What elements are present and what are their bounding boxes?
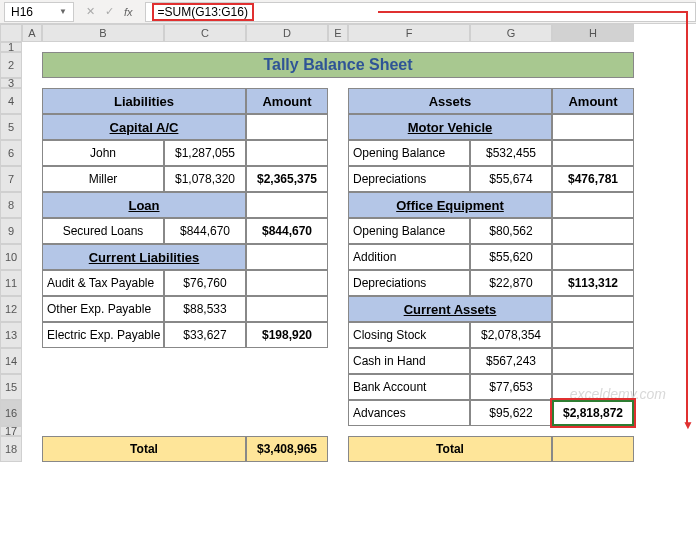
col-B[interactable]: B — [42, 24, 164, 42]
loan-subtotal: $844,670 — [246, 218, 328, 244]
col-D[interactable]: D — [246, 24, 328, 42]
spreadsheet-grid[interactable]: A B C D E F G H 1 2 3 4 5 6 7 8 9 10 11 … — [0, 24, 696, 462]
office-row-val: $22,870 — [470, 270, 552, 296]
liab-total-label: Total — [42, 436, 246, 462]
capital-row-val: $1,287,055 — [164, 140, 246, 166]
row-10[interactable]: 10 — [0, 244, 22, 270]
office-header: Office Equipment — [348, 192, 552, 218]
row-7[interactable]: 7 — [0, 166, 22, 192]
curr-liab-name: Electric Exp. Payable — [42, 322, 164, 348]
formula-icons: ✕ ✓ fx — [74, 5, 145, 18]
curr-liab-val: $88,533 — [164, 296, 246, 322]
curr-asset-val: $2,078,354 — [470, 322, 552, 348]
capital-row-name: Miller — [42, 166, 164, 192]
row-13[interactable]: 13 — [0, 322, 22, 348]
capital-row-val: $1,078,320 — [164, 166, 246, 192]
col-F[interactable]: F — [348, 24, 470, 42]
motor-row-name: Opening Balance — [348, 140, 470, 166]
assets-amount-header: Amount — [552, 88, 634, 114]
office-subtotal: $113,312 — [552, 270, 634, 296]
office-row-val: $55,620 — [470, 244, 552, 270]
curr-asset-val: $77,653 — [470, 374, 552, 400]
row-15[interactable]: 15 — [0, 374, 22, 400]
col-E[interactable]: E — [328, 24, 348, 42]
select-all-corner[interactable] — [0, 24, 22, 42]
motor-row-name: Depreciations — [348, 166, 470, 192]
row-8[interactable]: 8 — [0, 192, 22, 218]
col-C[interactable]: C — [164, 24, 246, 42]
row-6[interactable]: 6 — [0, 140, 22, 166]
row-5[interactable]: 5 — [0, 114, 22, 140]
liab-amount-header: Amount — [246, 88, 328, 114]
liabilities-header: Liabilities — [42, 88, 246, 114]
curr-asset-val: $95,622 — [470, 400, 552, 426]
capital-subtotal: $2,365,375 — [246, 166, 328, 192]
motor-row-val: $532,455 — [470, 140, 552, 166]
assets-total-label: Total — [348, 436, 552, 462]
motor-subtotal: $476,781 — [552, 166, 634, 192]
office-row-name: Opening Balance — [348, 218, 470, 244]
selected-cell-H16[interactable]: $2,818,872 — [552, 400, 634, 426]
assets-header: Assets — [348, 88, 552, 114]
loan-header: Loan — [42, 192, 246, 218]
motor-row-val: $55,674 — [470, 166, 552, 192]
motor-header: Motor Vehicle — [348, 114, 552, 140]
loan-row-name: Secured Loans — [42, 218, 164, 244]
curr-liab-header: Current Liabilities — [42, 244, 246, 270]
row-14[interactable]: 14 — [0, 348, 22, 374]
row-9[interactable]: 9 — [0, 218, 22, 244]
cell-reference: H16 — [11, 5, 33, 19]
col-A[interactable]: A — [22, 24, 42, 42]
row-18[interactable]: 18 — [0, 436, 22, 462]
curr-liab-val: $76,760 — [164, 270, 246, 296]
curr-asset-name: Bank Account — [348, 374, 470, 400]
curr-asset-val: $567,243 — [470, 348, 552, 374]
row-1[interactable]: 1 — [0, 42, 22, 52]
cancel-icon[interactable]: ✕ — [86, 5, 95, 18]
col-H[interactable]: H — [552, 24, 634, 42]
loan-row-val: $844,670 — [164, 218, 246, 244]
capital-header: Capital A/C — [42, 114, 246, 140]
assets-total — [552, 436, 634, 462]
curr-asset-name: Advances — [348, 400, 470, 426]
row-12[interactable]: 12 — [0, 296, 22, 322]
curr-asset-name: Cash in Hand — [348, 348, 470, 374]
col-G[interactable]: G — [470, 24, 552, 42]
office-row-name: Depreciations — [348, 270, 470, 296]
curr-assets-header: Current Assets — [348, 296, 552, 322]
curr-asset-name: Closing Stock — [348, 322, 470, 348]
accept-icon[interactable]: ✓ — [105, 5, 114, 18]
curr-liab-name: Audit & Tax Payable — [42, 270, 164, 296]
curr-liab-val: $33,627 — [164, 322, 246, 348]
curr-liab-name: Other Exp. Payable — [42, 296, 164, 322]
sheet-title: Tally Balance Sheet — [42, 52, 634, 78]
capital-row-name: John — [42, 140, 164, 166]
office-row-name: Addition — [348, 244, 470, 270]
row-4[interactable]: 4 — [0, 88, 22, 114]
chevron-down-icon[interactable]: ▼ — [59, 7, 67, 16]
name-box[interactable]: H16 ▼ — [4, 2, 74, 22]
formula-text: =SUM(G13:G16) — [152, 3, 254, 21]
row-2[interactable]: 2 — [0, 52, 22, 78]
row-17[interactable]: 17 — [0, 426, 22, 436]
fx-icon[interactable]: fx — [124, 6, 133, 18]
row-11[interactable]: 11 — [0, 270, 22, 296]
row-16[interactable]: 16 — [0, 400, 22, 426]
row-3[interactable]: 3 — [0, 78, 22, 88]
liab-total: $3,408,965 — [246, 436, 328, 462]
curr-liab-subtotal: $198,920 — [246, 322, 328, 348]
office-row-val: $80,562 — [470, 218, 552, 244]
